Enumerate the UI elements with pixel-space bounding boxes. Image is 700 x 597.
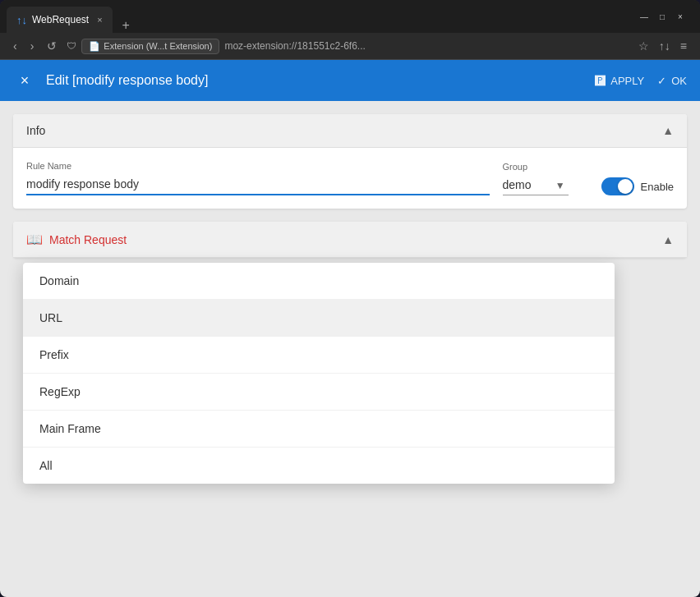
- extension-badge: 📄 Extension (W...t Extension): [81, 39, 219, 54]
- tab-title: WebRequest: [32, 14, 89, 25]
- dropdown-item-domain[interactable]: Domain: [23, 263, 615, 300]
- match-request-section-header: 📖 Match Request ▲: [13, 222, 687, 258]
- ok-checkmark-icon: ✓: [657, 75, 666, 87]
- rule-name-group: Rule Name: [26, 161, 490, 195]
- ok-button[interactable]: ✓ OK: [657, 75, 687, 87]
- back-button[interactable]: ‹: [10, 38, 21, 54]
- active-tab[interactable]: ↑↓ WebRequest ×: [7, 7, 113, 33]
- forward-button[interactable]: ›: [27, 38, 38, 54]
- apply-icon: 🅿: [595, 75, 606, 87]
- dropdown-item-prefix[interactable]: Prefix: [23, 337, 615, 374]
- tab-icon: ↑↓: [16, 14, 27, 26]
- toggle-knob: [618, 179, 633, 194]
- dialog-close-button[interactable]: ×: [13, 69, 36, 92]
- enable-label: Enable: [641, 181, 674, 193]
- restore-button[interactable]: □: [656, 10, 669, 23]
- info-section-body: Rule Name Group demo ▼: [13, 148, 687, 209]
- browser-window: ↑↓ WebRequest × + — □ × ‹ › ↺ 🛡 📄 Extens…: [0, 0, 700, 597]
- content-area: Info ▲ Rule Name Group: [0, 101, 700, 597]
- group-select[interactable]: demo: [503, 175, 569, 195]
- apply-button[interactable]: 🅿 APPLY: [595, 75, 644, 87]
- info-collapse-button[interactable]: ▲: [662, 124, 674, 137]
- address-bar: ‹ › ↺ 🛡 📄 Extension (W...t Extension) mo…: [0, 33, 700, 60]
- dropdown-item-regexp-label: RegExp: [39, 385, 81, 398]
- group-form-group: Group demo ▼: [503, 162, 569, 195]
- dropdown-item-regexp[interactable]: RegExp: [23, 374, 615, 411]
- match-type-dropdown: Domain URL Prefix RegExp Main Frame: [23, 263, 615, 484]
- minimize-button[interactable]: —: [638, 10, 651, 23]
- window-controls: — □ ×: [638, 10, 687, 23]
- dropdown-item-url-label: URL: [39, 311, 62, 324]
- dropdown-item-all-label: All: [39, 459, 53, 472]
- rule-name-input[interactable]: [26, 174, 490, 195]
- tab-bar: ↑↓ WebRequest × +: [7, 0, 634, 33]
- rule-name-label: Rule Name: [26, 161, 490, 171]
- info-section: Info ▲ Rule Name Group: [13, 114, 687, 209]
- info-section-header: Info ▲: [13, 114, 687, 148]
- dropdown-item-all[interactable]: All: [23, 448, 615, 484]
- title-bar: ↑↓ WebRequest × + — □ ×: [0, 0, 700, 33]
- dropdown-item-url[interactable]: URL: [23, 300, 615, 337]
- new-tab-button[interactable]: +: [116, 18, 136, 33]
- page-icon: 📄: [89, 41, 100, 52]
- header-actions: 🅿 APPLY ✓ OK: [595, 75, 687, 87]
- dropdown-item-main-frame-label: Main Frame: [39, 422, 101, 435]
- dropdown-item-domain-label: Domain: [39, 274, 79, 287]
- group-label: Group: [503, 162, 569, 172]
- url-container: 🛡 📄 Extension (W...t Extension) moz-exte…: [67, 39, 648, 54]
- tab-close-btn[interactable]: ×: [97, 15, 102, 25]
- match-request-header-left: 📖 Match Request: [26, 232, 127, 247]
- overflow-menu-icon[interactable]: ≡: [677, 38, 690, 54]
- match-request-section: 📖 Match Request ▲ Domain URL Prefix: [13, 222, 687, 258]
- enable-toggle-container: Enable: [601, 177, 674, 195]
- url-text: moz-extension://181551c2-6f6...: [224, 40, 633, 52]
- match-request-title: Match Request: [49, 233, 127, 246]
- book-icon: 📖: [26, 232, 43, 247]
- info-section-header-left: Info: [26, 124, 45, 137]
- toolbar-icons: ↑↓ ≡: [656, 38, 690, 54]
- apply-label: APPLY: [610, 75, 644, 87]
- security-icon: 🛡: [67, 40, 76, 52]
- app-header: × Edit [modify response body] 🅿 APPLY ✓ …: [0, 60, 700, 101]
- extension-label: Extension (W...t Extension): [104, 41, 212, 51]
- dropdown-item-main-frame[interactable]: Main Frame: [23, 411, 615, 448]
- main-content: × Edit [modify response body] 🅿 APPLY ✓ …: [0, 60, 700, 597]
- info-section-title: Info: [26, 124, 45, 137]
- sync-icon[interactable]: ↑↓: [656, 38, 674, 54]
- group-select-wrapper: demo ▼: [503, 175, 569, 195]
- refresh-button[interactable]: ↺: [44, 38, 60, 54]
- form-row: Rule Name Group demo ▼: [26, 161, 674, 195]
- match-request-collapse-button[interactable]: ▲: [662, 233, 674, 246]
- ok-label: OK: [671, 75, 687, 87]
- enable-toggle[interactable]: [601, 177, 634, 195]
- header-left: × Edit [modify response body]: [13, 69, 208, 92]
- dialog-title: Edit [modify response body]: [46, 73, 208, 88]
- close-window-button[interactable]: ×: [674, 10, 687, 23]
- dropdown-item-prefix-label: Prefix: [39, 348, 69, 361]
- bookmark-icon[interactable]: ☆: [638, 39, 649, 53]
